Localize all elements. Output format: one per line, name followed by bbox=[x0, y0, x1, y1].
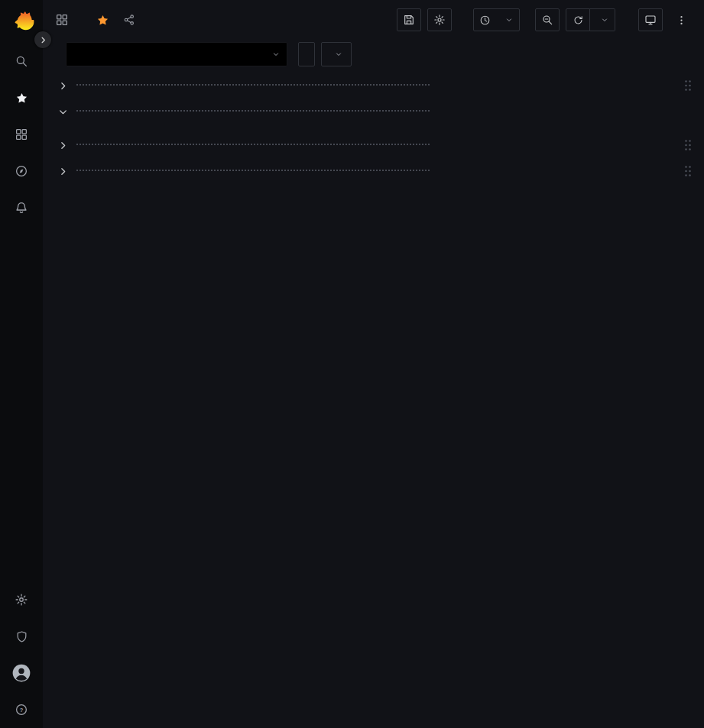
sidebar-item-dashboards[interactable] bbox=[0, 116, 43, 153]
sidebar-item-profile[interactable] bbox=[0, 655, 43, 691]
row-drag-handle-icon[interactable] bbox=[684, 79, 693, 92]
dashboard-canvas bbox=[43, 69, 704, 728]
dotted-leader bbox=[76, 170, 430, 171]
dashboard-submenu bbox=[43, 40, 704, 69]
cycle-view-button[interactable] bbox=[638, 8, 663, 31]
chevron-down-icon bbox=[271, 50, 281, 59]
main-area bbox=[43, 0, 704, 728]
sidebar-expand-button[interactable] bbox=[34, 31, 51, 48]
dashboard-row-5xx[interactable] bbox=[55, 134, 693, 156]
search-icon bbox=[15, 54, 28, 68]
row-title-group bbox=[70, 170, 430, 173]
sidebar-item-configuration[interactable] bbox=[0, 581, 43, 618]
refresh-button-group bbox=[566, 8, 615, 31]
more-options-button[interactable] bbox=[669, 8, 693, 31]
row-title-group bbox=[70, 84, 430, 88]
compass-icon bbox=[15, 164, 28, 178]
dashboard-header bbox=[43, 0, 704, 40]
chevron-right-icon bbox=[55, 81, 70, 91]
request-host-variable-label bbox=[298, 42, 315, 66]
gear-icon bbox=[433, 14, 446, 26]
sidebar-item-explore[interactable] bbox=[0, 153, 43, 189]
variable-request-host bbox=[298, 42, 352, 66]
save-icon bbox=[403, 14, 415, 26]
monitor-icon bbox=[644, 14, 657, 26]
favorite-star-icon[interactable] bbox=[96, 14, 109, 27]
chevron-right-icon bbox=[55, 167, 70, 176]
chevron-down-icon bbox=[600, 15, 609, 24]
sidebar-item-starred[interactable] bbox=[0, 79, 43, 116]
row-drag-handle-icon[interactable] bbox=[684, 139, 693, 151]
chevron-right-icon bbox=[39, 36, 47, 44]
kebab-menu-icon bbox=[676, 15, 687, 26]
row-drag-handle-icon[interactable] bbox=[684, 165, 693, 177]
dashboard-row-6xx[interactable] bbox=[55, 160, 693, 182]
dotted-leader bbox=[76, 110, 430, 112]
apps-grid-icon bbox=[55, 13, 69, 27]
refresh-button[interactable] bbox=[566, 8, 590, 31]
sidebar-item-server-admin[interactable] bbox=[0, 618, 43, 655]
dotted-leader bbox=[76, 84, 430, 86]
refresh-icon bbox=[573, 15, 584, 26]
sidebar-item-alerting[interactable] bbox=[0, 189, 43, 226]
share-icon[interactable] bbox=[123, 14, 135, 26]
save-dashboard-button[interactable] bbox=[397, 8, 421, 31]
help-icon: ? bbox=[15, 703, 28, 717]
star-icon bbox=[15, 92, 28, 105]
sidebar-item-search[interactable] bbox=[0, 43, 43, 79]
row-title-group bbox=[70, 110, 430, 114]
svg-text:?: ? bbox=[20, 707, 24, 713]
chevron-right-icon bbox=[55, 141, 70, 150]
row-title-group bbox=[70, 144, 430, 147]
datasource-select[interactable] bbox=[66, 42, 287, 66]
dashboard-row-4xx[interactable] bbox=[55, 101, 693, 122]
request-host-select[interactable] bbox=[321, 42, 352, 66]
grafana-logo-icon[interactable] bbox=[8, 0, 34, 43]
dashboard-settings-button[interactable] bbox=[427, 8, 452, 31]
refresh-interval-dropdown[interactable] bbox=[590, 8, 615, 31]
variable-datasource bbox=[55, 42, 287, 66]
dashboards-grid-icon bbox=[15, 128, 28, 141]
gear-icon bbox=[15, 593, 28, 607]
sidebar-item-help[interactable]: ? bbox=[0, 691, 43, 728]
header-actions bbox=[397, 8, 693, 31]
chevron-down-icon bbox=[504, 15, 514, 24]
chevron-down-icon bbox=[55, 107, 70, 117]
zoom-out-button[interactable] bbox=[535, 8, 560, 31]
shield-icon bbox=[15, 630, 28, 643]
time-range-picker[interactable] bbox=[473, 8, 520, 31]
clock-icon bbox=[479, 15, 491, 26]
datasource-variable-label bbox=[55, 42, 66, 66]
chevron-down-icon bbox=[334, 50, 343, 59]
dotted-leader bbox=[76, 144, 430, 145]
zoom-out-icon bbox=[541, 14, 553, 26]
dashboard-row-1xx[interactable] bbox=[55, 75, 693, 96]
avatar bbox=[11, 663, 31, 683]
bell-icon bbox=[15, 201, 28, 215]
sidebar: ? bbox=[0, 0, 43, 728]
